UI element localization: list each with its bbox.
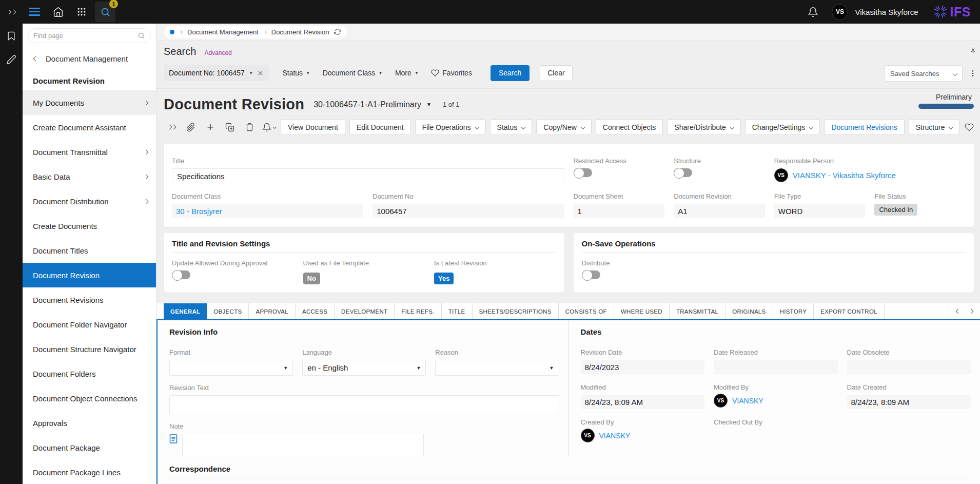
pin-icon[interactable] — [969, 47, 977, 54]
tab-transmittal[interactable]: TRANSMITTAL — [670, 303, 726, 319]
structure-toggle[interactable] — [674, 168, 692, 177]
field-language: Language en - English ▼ — [302, 349, 426, 376]
search-button[interactable]: Search — [491, 65, 530, 81]
chevron-down-icon: ▼ — [426, 102, 432, 107]
expand-toolbar-button[interactable] — [164, 120, 179, 135]
sidebar-item-basic-data[interactable]: Basic Data — [23, 164, 156, 189]
edit-document-button[interactable]: Edit Document — [349, 119, 411, 135]
filter-more[interactable]: More▾ — [395, 69, 418, 77]
saved-searches-dropdown[interactable]: Saved Searches — [885, 65, 963, 82]
filter-chip-document-no[interactable]: Document No: 1006457 ▾ — [164, 65, 269, 81]
connect-objects-button[interactable]: Connect Objects — [596, 119, 663, 135]
bookmarks-button[interactable] — [6, 31, 16, 41]
tab-development[interactable]: DEVELOPMENT — [335, 303, 395, 319]
advanced-search-link[interactable]: Advanced — [204, 49, 231, 56]
sidebar-item-approvals[interactable]: Approvals — [23, 411, 156, 435]
tabs-scroll-left-icon[interactable] — [956, 309, 961, 314]
responsible-person-link[interactable]: VIANSKY - Vikasitha Skyforce — [793, 171, 896, 180]
change-settings-button[interactable]: Change/Settings — [745, 119, 820, 135]
modified-by-link[interactable]: VIANSKY — [732, 397, 763, 405]
sidebar-item-document-revisions[interactable]: Document Revisions — [23, 287, 156, 312]
sidebar-item-document-package[interactable]: Document Package — [23, 435, 156, 460]
sidebar-item-document-structure-navigator[interactable]: Document Structure Navigator — [23, 337, 156, 361]
distribute-toggle[interactable] — [582, 270, 600, 279]
subscribe-button[interactable] — [261, 120, 277, 135]
sidebar-item-document-titles[interactable]: Document Titles — [23, 238, 156, 263]
breadcrumb-document-management[interactable]: Document Management — [187, 28, 259, 36]
kebab-menu-icon[interactable] — [969, 69, 977, 78]
record-selector[interactable]: 30-1006457-1-A1-Preliminary ▼ — [313, 100, 432, 109]
find-page-search[interactable] — [28, 28, 151, 43]
revision-text-input[interactable] — [169, 395, 559, 414]
sidebar-item-document-package-lines[interactable]: Document Package Lines — [23, 460, 156, 484]
reason-select[interactable]: ▼ — [435, 360, 559, 376]
tab-consists-of[interactable]: CONSISTS OF — [559, 303, 614, 319]
share-distribute-button[interactable]: Share/Distribute — [667, 119, 740, 135]
sidebar-item-document-revision[interactable]: Document Revision — [23, 263, 156, 287]
structure-button[interactable]: Structure — [909, 119, 960, 135]
user-name[interactable]: Vikasitha Skyforce — [855, 8, 918, 16]
tab-objects[interactable]: OBJECTS — [207, 303, 249, 319]
tabs-scroll-right-icon[interactable] — [969, 309, 974, 314]
favorite-record-button[interactable] — [965, 123, 974, 132]
clear-button[interactable]: Clear — [540, 65, 572, 81]
created-by-link[interactable]: VIANSKY — [599, 432, 631, 440]
view-document-button[interactable]: View Document — [281, 119, 345, 135]
notifications-button[interactable] — [802, 2, 823, 22]
find-page-input[interactable] — [33, 32, 138, 40]
tab-access[interactable]: ACCESS — [296, 303, 335, 319]
sidebar-item-document-distribution[interactable]: Document Distribution — [23, 189, 156, 214]
sidebar-item-document-folders[interactable]: Document Folders — [23, 361, 156, 386]
menu-button[interactable] — [24, 2, 45, 22]
tab-title[interactable]: TITLE — [442, 303, 473, 319]
duplicate-record-button[interactable] — [222, 120, 238, 135]
restricted-access-toggle[interactable] — [574, 168, 592, 177]
sidebar-item-create-documents[interactable]: Create Documents — [23, 214, 156, 238]
tab-file-refs[interactable]: FILE REFS. — [395, 303, 441, 319]
note-icon[interactable] — [169, 434, 178, 444]
rail-expand-button[interactable] — [0, 10, 23, 14]
document-revisions-button[interactable]: Document Revisions — [824, 119, 904, 135]
status-button[interactable]: Status — [490, 119, 533, 135]
annotate-button[interactable] — [6, 54, 16, 65]
tab-history[interactable]: HISTORY — [773, 303, 814, 319]
tab-sheets-descriptions[interactable]: SHEETS/DESCRIPTIONS — [473, 303, 559, 319]
home-button[interactable] — [48, 2, 68, 22]
note-input[interactable] — [182, 434, 424, 456]
title-input[interactable] — [172, 168, 564, 184]
favorites-button[interactable]: Favorites — [431, 69, 472, 77]
refresh-icon[interactable] — [334, 28, 341, 35]
sidebar-item-document-transmittal[interactable]: Document Transmittal — [23, 140, 156, 164]
add-record-button[interactable]: + — [203, 120, 218, 135]
sidebar-item-document-object-connections[interactable]: Document Object Connections — [23, 386, 156, 411]
sidebar-item-my-documents[interactable]: My Documents — [23, 90, 156, 115]
tab-general[interactable]: GENERAL — [164, 303, 207, 319]
tab-export-control[interactable]: EXPORT CONTROL — [814, 303, 885, 319]
field-distribute: Distribute — [582, 259, 966, 279]
update-allowed-toggle[interactable] — [172, 270, 190, 279]
field-revision-date: Revision Date 8/24/2023 — [581, 349, 705, 374]
tab-approval[interactable]: APPROVAL — [249, 303, 296, 319]
file-operations-button[interactable]: File Operations — [415, 119, 486, 135]
sidebar-item-document-folder-navigator[interactable]: Document Folder Navigator — [23, 312, 156, 337]
global-search-button[interactable]: 1 — [95, 2, 115, 22]
copy-new-button[interactable]: Copy/New — [536, 119, 592, 135]
filter-document-class[interactable]: Document Class▾ — [323, 69, 382, 77]
delete-record-button[interactable] — [242, 120, 257, 135]
filter-status[interactable]: Status▾ — [282, 69, 309, 77]
clear-chip-icon[interactable] — [257, 70, 264, 76]
user-avatar[interactable]: VS — [832, 4, 848, 20]
breadcrumb-document-revision[interactable]: Document Revision — [271, 28, 329, 36]
search-count-badge: 1 — [109, 0, 118, 8]
language-select[interactable]: en - English ▼ — [302, 360, 426, 376]
apps-button[interactable] — [71, 2, 92, 22]
sidebar-back-button[interactable]: Document Management — [23, 46, 156, 68]
status-progress-bar — [918, 104, 974, 109]
tab-originals[interactable]: ORIGINALS — [726, 303, 773, 319]
document-class-link[interactable]: 30 - Brosjyrer — [176, 207, 222, 216]
chevron-right-icon — [263, 30, 267, 33]
sidebar-item-create-document-assistant[interactable]: Create Document Assistant — [23, 115, 156, 140]
attachments-button[interactable] — [183, 120, 199, 135]
tab-where-used[interactable]: WHERE USED — [614, 303, 670, 319]
format-select[interactable]: ▼ — [169, 360, 293, 376]
